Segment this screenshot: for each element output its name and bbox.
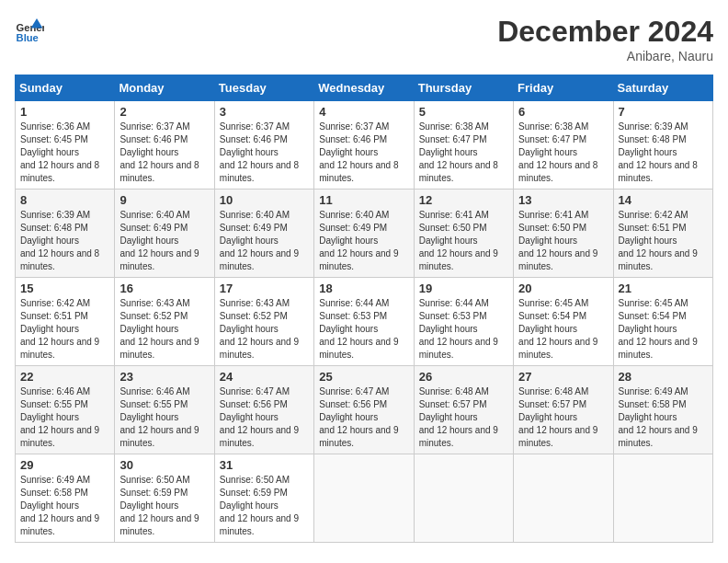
day-info: Sunrise: 6:41 AMSunset: 6:50 PMDaylight … <box>518 209 608 273</box>
day-number: 6 <box>518 105 608 119</box>
calendar-week-row: 29Sunrise: 6:49 AMSunset: 6:58 PMDayligh… <box>16 454 713 543</box>
day-number: 24 <box>220 370 309 384</box>
calendar-cell: 5Sunrise: 6:38 AMSunset: 6:47 PMDaylight… <box>414 101 513 190</box>
day-info: Sunrise: 6:46 AMSunset: 6:55 PMDaylight … <box>20 385 109 450</box>
day-info: Sunrise: 6:50 AMSunset: 6:59 PMDaylight … <box>220 474 309 538</box>
logo-icon: General Blue <box>15 15 44 44</box>
calendar-cell: 11Sunrise: 6:40 AMSunset: 6:49 PMDayligh… <box>314 190 414 278</box>
day-number: 13 <box>518 193 608 207</box>
calendar-cell: 28Sunrise: 6:49 AMSunset: 6:58 PMDayligh… <box>613 366 712 454</box>
day-info: Sunrise: 6:47 AMSunset: 6:56 PMDaylight … <box>220 385 309 450</box>
day-number: 1 <box>20 105 109 119</box>
calendar-cell: 9Sunrise: 6:40 AMSunset: 6:49 PMDaylight… <box>115 190 214 278</box>
calendar-week-row: 15Sunrise: 6:42 AMSunset: 6:51 PMDayligh… <box>16 278 713 366</box>
day-number: 8 <box>20 193 109 207</box>
day-info: Sunrise: 6:42 AMSunset: 6:51 PMDaylight … <box>20 297 109 362</box>
calendar-table: SundayMondayTuesdayWednesdayThursdayFrid… <box>15 75 713 543</box>
calendar-cell: 27Sunrise: 6:48 AMSunset: 6:57 PMDayligh… <box>514 366 613 454</box>
page-header: General Blue December 2024 Anibare, Naur… <box>15 15 713 63</box>
calendar-cell <box>314 454 414 543</box>
day-header-wednesday: Wednesday <box>314 75 414 101</box>
day-info: Sunrise: 6:40 AMSunset: 6:49 PMDaylight … <box>220 209 309 273</box>
day-info: Sunrise: 6:39 AMSunset: 6:48 PMDaylight … <box>619 121 708 185</box>
calendar-cell: 12Sunrise: 6:41 AMSunset: 6:50 PMDayligh… <box>414 190 513 278</box>
calendar-cell: 17Sunrise: 6:43 AMSunset: 6:52 PMDayligh… <box>214 278 313 366</box>
day-header-saturday: Saturday <box>613 75 712 101</box>
day-info: Sunrise: 6:50 AMSunset: 6:59 PMDaylight … <box>119 474 209 538</box>
day-number: 18 <box>319 282 408 295</box>
calendar-cell: 31Sunrise: 6:50 AMSunset: 6:59 PMDayligh… <box>214 454 313 543</box>
calendar-cell: 23Sunrise: 6:46 AMSunset: 6:55 PMDayligh… <box>115 366 214 454</box>
calendar-cell: 16Sunrise: 6:43 AMSunset: 6:52 PMDayligh… <box>115 278 214 366</box>
calendar-cell: 10Sunrise: 6:40 AMSunset: 6:49 PMDayligh… <box>214 190 313 278</box>
calendar-cell: 25Sunrise: 6:47 AMSunset: 6:56 PMDayligh… <box>314 366 414 454</box>
day-number: 28 <box>619 370 708 384</box>
calendar-cell: 21Sunrise: 6:45 AMSunset: 6:54 PMDayligh… <box>613 278 712 366</box>
calendar-week-row: 1Sunrise: 6:36 AMSunset: 6:45 PMDaylight… <box>16 101 713 190</box>
day-info: Sunrise: 6:46 AMSunset: 6:55 PMDaylight … <box>119 385 209 450</box>
day-header-sunday: Sunday <box>16 75 115 101</box>
day-header-friday: Friday <box>514 75 613 101</box>
day-number: 21 <box>619 282 708 295</box>
day-number: 23 <box>119 370 209 384</box>
day-info: Sunrise: 6:44 AMSunset: 6:53 PMDaylight … <box>319 297 408 362</box>
day-number: 16 <box>119 282 209 295</box>
day-header-tuesday: Tuesday <box>214 75 313 101</box>
calendar-cell: 8Sunrise: 6:39 AMSunset: 6:48 PMDaylight… <box>16 190 115 278</box>
logo: General Blue <box>15 15 44 44</box>
day-number: 10 <box>220 193 309 207</box>
day-number: 19 <box>419 282 508 295</box>
title-block: December 2024 Anibare, Nauru <box>497 15 713 63</box>
day-info: Sunrise: 6:39 AMSunset: 6:48 PMDaylight … <box>20 209 109 273</box>
day-info: Sunrise: 6:48 AMSunset: 6:57 PMDaylight … <box>518 385 608 450</box>
calendar-cell: 29Sunrise: 6:49 AMSunset: 6:58 PMDayligh… <box>16 454 115 543</box>
day-info: Sunrise: 6:38 AMSunset: 6:47 PMDaylight … <box>419 121 508 185</box>
day-number: 25 <box>319 370 408 384</box>
day-number: 2 <box>119 105 209 119</box>
day-info: Sunrise: 6:37 AMSunset: 6:46 PMDaylight … <box>119 121 209 185</box>
calendar-cell: 7Sunrise: 6:39 AMSunset: 6:48 PMDaylight… <box>613 101 712 190</box>
day-info: Sunrise: 6:36 AMSunset: 6:45 PMDaylight … <box>20 121 109 185</box>
calendar-cell: 13Sunrise: 6:41 AMSunset: 6:50 PMDayligh… <box>514 190 613 278</box>
day-info: Sunrise: 6:43 AMSunset: 6:52 PMDaylight … <box>119 297 209 362</box>
day-info: Sunrise: 6:47 AMSunset: 6:56 PMDaylight … <box>319 385 408 450</box>
calendar-cell <box>414 454 513 543</box>
calendar-cell: 3Sunrise: 6:37 AMSunset: 6:46 PMDaylight… <box>214 101 313 190</box>
calendar-cell <box>514 454 613 543</box>
day-header-thursday: Thursday <box>414 75 513 101</box>
day-number: 14 <box>619 193 708 207</box>
calendar-cell: 24Sunrise: 6:47 AMSunset: 6:56 PMDayligh… <box>214 366 313 454</box>
calendar-cell: 14Sunrise: 6:42 AMSunset: 6:51 PMDayligh… <box>613 190 712 278</box>
day-info: Sunrise: 6:44 AMSunset: 6:53 PMDaylight … <box>419 297 508 362</box>
day-info: Sunrise: 6:49 AMSunset: 6:58 PMDaylight … <box>619 385 708 450</box>
day-info: Sunrise: 6:49 AMSunset: 6:58 PMDaylight … <box>20 474 109 538</box>
day-info: Sunrise: 6:45 AMSunset: 6:54 PMDaylight … <box>619 297 708 362</box>
day-number: 7 <box>619 105 708 119</box>
day-number: 22 <box>20 370 109 384</box>
day-number: 15 <box>20 282 109 295</box>
day-info: Sunrise: 6:43 AMSunset: 6:52 PMDaylight … <box>220 297 309 362</box>
day-info: Sunrise: 6:40 AMSunset: 6:49 PMDaylight … <box>119 209 209 273</box>
day-number: 17 <box>220 282 309 295</box>
calendar-cell: 1Sunrise: 6:36 AMSunset: 6:45 PMDaylight… <box>16 101 115 190</box>
calendar-cell: 15Sunrise: 6:42 AMSunset: 6:51 PMDayligh… <box>16 278 115 366</box>
calendar-header-row: SundayMondayTuesdayWednesdayThursdayFrid… <box>16 75 713 101</box>
day-number: 5 <box>419 105 508 119</box>
location: Anibare, Nauru <box>497 49 713 63</box>
day-number: 31 <box>220 458 309 472</box>
day-info: Sunrise: 6:41 AMSunset: 6:50 PMDaylight … <box>419 209 508 273</box>
day-number: 11 <box>319 193 408 207</box>
calendar-week-row: 22Sunrise: 6:46 AMSunset: 6:55 PMDayligh… <box>16 366 713 454</box>
day-number: 26 <box>419 370 508 384</box>
day-number: 27 <box>518 370 608 384</box>
day-number: 29 <box>20 458 109 472</box>
svg-text:Blue: Blue <box>17 32 39 43</box>
calendar-cell: 26Sunrise: 6:48 AMSunset: 6:57 PMDayligh… <box>414 366 513 454</box>
day-number: 30 <box>119 458 209 472</box>
day-info: Sunrise: 6:40 AMSunset: 6:49 PMDaylight … <box>319 209 408 273</box>
calendar-cell: 6Sunrise: 6:38 AMSunset: 6:47 PMDaylight… <box>514 101 613 190</box>
day-info: Sunrise: 6:37 AMSunset: 6:46 PMDaylight … <box>220 121 309 185</box>
calendar-cell: 2Sunrise: 6:37 AMSunset: 6:46 PMDaylight… <box>115 101 214 190</box>
day-number: 4 <box>319 105 408 119</box>
month-title: December 2024 <box>497 15 713 49</box>
